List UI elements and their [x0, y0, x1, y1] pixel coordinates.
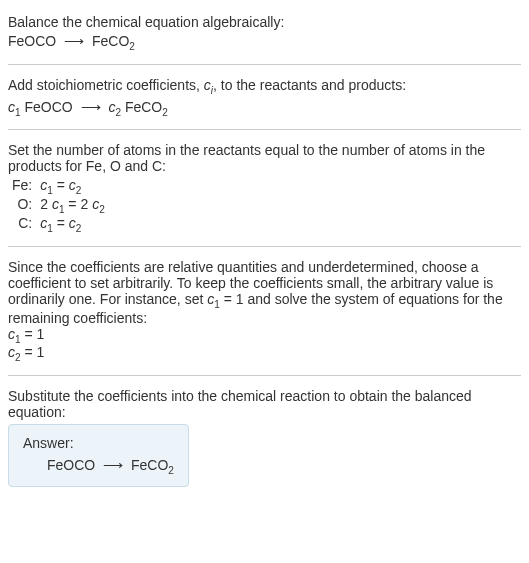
atoms-intro: Set the number of atoms in the reactants…: [8, 142, 521, 174]
answer-left: FeOCO: [47, 457, 95, 473]
eq1-left: FeOCO: [8, 33, 56, 49]
stoich-intro: Add stoichiometric coefficients, ci, to …: [8, 77, 521, 96]
eq1-right-sub: 2: [129, 41, 135, 52]
atom-label: C:: [8, 215, 36, 234]
eq1-right-compound: FeCO: [92, 33, 129, 49]
pre2: 2: [80, 196, 92, 212]
set-val: = 1: [220, 291, 244, 307]
c: c: [52, 196, 59, 212]
answer-box: Answer: FeOCO ⟶ FeCO2: [8, 424, 189, 487]
atom-equation: c1 = c2: [36, 215, 108, 234]
atom-equation: c1 = c2: [36, 177, 108, 196]
section-solve: Since the coefficients are relative quan…: [8, 253, 521, 369]
divider: [8, 246, 521, 247]
stoich-intro-p1: Add stoichiometric coefficients,: [8, 77, 204, 93]
table-row: C: c1 = c2: [8, 215, 109, 234]
solve-intro: Since the coefficients are relative quan…: [8, 259, 521, 326]
substitute-intro: Substitute the coefficients into the che…: [8, 388, 521, 420]
c: c: [69, 215, 76, 231]
answer-right-compound: FeCO: [131, 457, 168, 473]
balance-intro-text: Balance the chemical equation algebraica…: [8, 14, 521, 30]
stoich-intro-p2: , to the reactants and products:: [213, 77, 406, 93]
atom-label: O:: [8, 196, 36, 215]
answer-right-sub: 2: [168, 465, 174, 476]
divider: [8, 64, 521, 65]
table-row: O: 2 c1 = 2 c2: [8, 196, 109, 215]
val: = 1: [21, 326, 45, 342]
atom-label: Fe:: [8, 177, 36, 196]
ci-c: c: [204, 77, 211, 93]
atom-equation: 2 c1 = 2 c2: [36, 196, 108, 215]
answer-equation: FeOCO ⟶ FeCO2: [23, 457, 174, 476]
s: 2: [76, 185, 82, 196]
c: c: [8, 344, 15, 360]
section-atoms: Set the number of atoms in the reactants…: [8, 136, 521, 239]
coeff-line2: c2 = 1: [8, 344, 521, 363]
atoms-table: Fe: c1 = c2 O: 2 c1 = 2 c2 C: c1 = c2: [8, 177, 109, 233]
coeff-line1: c1 = 1: [8, 326, 521, 345]
coeff-equation: c1 FeOCO ⟶ c2 FeCO2: [8, 99, 521, 118]
unbalanced-equation: FeOCO ⟶ FeCO2: [8, 33, 521, 52]
arrow-icon: ⟶: [81, 99, 101, 115]
eq: =: [64, 196, 80, 212]
section-stoich: Add stoichiometric coefficients, ci, to …: [8, 71, 521, 124]
c: c: [69, 177, 76, 193]
section-balance-intro: Balance the chemical equation algebraica…: [8, 8, 521, 58]
arrow-icon: ⟶: [103, 457, 123, 473]
arrow-icon: ⟶: [64, 33, 84, 49]
section-substitute: Substitute the coefficients into the che…: [8, 382, 521, 493]
s: 2: [99, 204, 105, 215]
left-compound: FeOCO: [21, 99, 73, 115]
c: c: [8, 326, 15, 342]
divider: [8, 129, 521, 130]
s: 2: [76, 223, 82, 234]
table-row: Fe: c1 = c2: [8, 177, 109, 196]
right-sub: 2: [162, 106, 168, 117]
divider: [8, 375, 521, 376]
eq: =: [53, 215, 69, 231]
pre1: 2: [40, 196, 52, 212]
answer-label: Answer:: [23, 435, 174, 451]
c1-c: c: [8, 99, 15, 115]
right-compound: FeCO: [121, 99, 162, 115]
val: = 1: [21, 344, 45, 360]
eq: =: [53, 177, 69, 193]
